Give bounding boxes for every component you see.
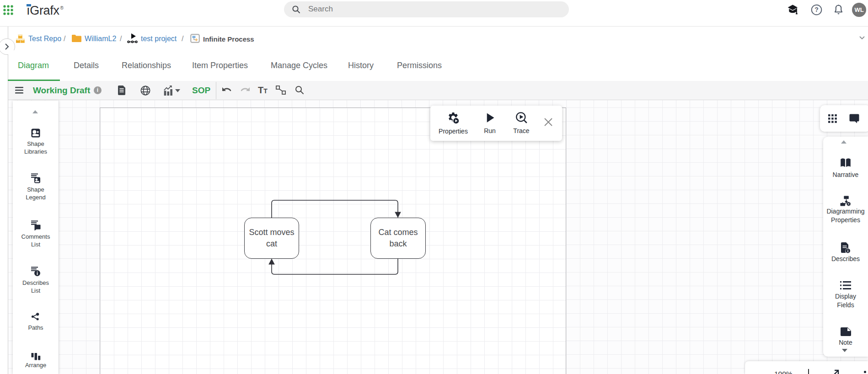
svg-text:?: ? — [814, 6, 819, 13]
